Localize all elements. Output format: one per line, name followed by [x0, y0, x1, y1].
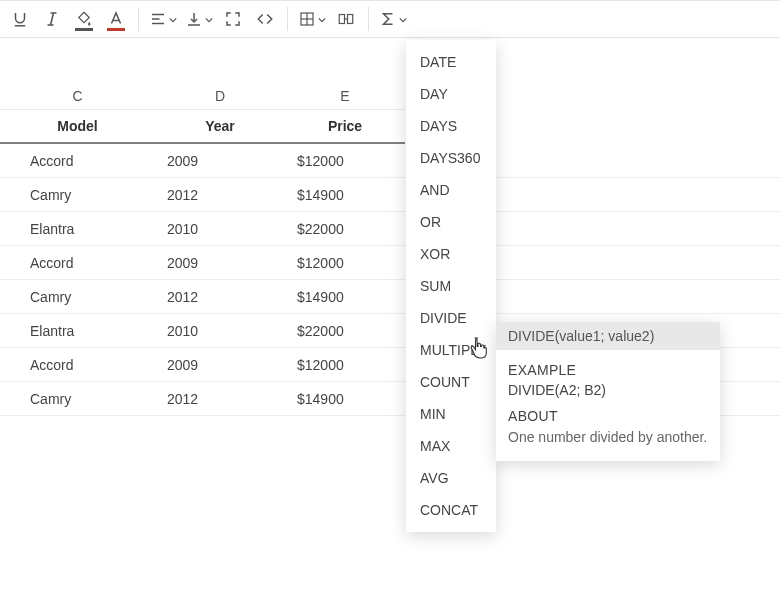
underline-button[interactable] [4, 3, 36, 35]
cell-price[interactable]: $12000 [285, 348, 405, 381]
cell-year[interactable]: 2009 [155, 144, 285, 177]
formula-button[interactable] [375, 3, 411, 35]
formula-item-avg[interactable]: AVG [406, 462, 496, 494]
cell-model[interactable]: Camry [0, 280, 155, 313]
expand-icon [224, 10, 242, 28]
fill-color-button[interactable] [68, 3, 100, 35]
formula-item-min[interactable]: MIN [406, 398, 496, 430]
svg-rect-1 [339, 15, 344, 24]
col-header[interactable]: Year [155, 110, 285, 144]
cell-price[interactable]: $22000 [285, 314, 405, 347]
formula-item-xor[interactable]: XOR [406, 238, 496, 270]
formula-item-date[interactable]: DATE [406, 46, 496, 78]
svg-rect-2 [348, 15, 353, 24]
formula-item-and[interactable]: AND [406, 174, 496, 206]
text-color-button[interactable] [100, 3, 132, 35]
cell-price[interactable]: $12000 [285, 144, 405, 177]
cell-year[interactable]: 2010 [155, 212, 285, 245]
formula-item-max[interactable]: MAX [406, 430, 496, 462]
cell-price[interactable]: $14900 [285, 280, 405, 313]
formula-item-divide[interactable]: DIVIDE [406, 302, 496, 334]
expand-button[interactable] [217, 3, 249, 35]
table-button[interactable] [294, 3, 330, 35]
formula-item-sum[interactable]: SUM [406, 270, 496, 302]
chevron-down-icon [397, 11, 407, 27]
cell-model[interactable]: Accord [0, 246, 155, 279]
header-row: Model Year Price [0, 110, 780, 144]
tooltip-signature: DIVIDE(value1; value2) [496, 322, 720, 350]
tooltip-example: DIVIDE(A2; B2) [508, 382, 708, 398]
split-cell-button[interactable] [330, 3, 362, 35]
formula-item-or[interactable]: OR [406, 206, 496, 238]
cell-model[interactable]: Elantra [0, 212, 155, 245]
col-letter[interactable]: D [155, 82, 285, 110]
code-icon [256, 10, 274, 28]
table-row: Accord2009$12000 [0, 144, 780, 178]
cell-year[interactable]: 2009 [155, 246, 285, 279]
chevron-down-icon [203, 11, 213, 27]
toolbar [0, 0, 780, 38]
cell-year[interactable]: 2012 [155, 178, 285, 211]
cell-model[interactable]: Elantra [0, 314, 155, 347]
italic-icon [43, 10, 61, 28]
toolbar-divider [138, 7, 139, 31]
cell-year[interactable]: 2009 [155, 348, 285, 381]
cell-price[interactable]: $14900 [285, 382, 405, 415]
cell-year[interactable]: 2012 [155, 280, 285, 313]
formula-tooltip: DIVIDE(value1; value2) EXAMPLE DIVIDE(A2… [496, 322, 720, 461]
vertical-align-button[interactable] [181, 3, 217, 35]
table-row: Camry2012$14900 [0, 178, 780, 212]
code-button[interactable] [249, 3, 281, 35]
split-cell-icon [337, 10, 355, 28]
cell-price[interactable]: $12000 [285, 246, 405, 279]
cell-model[interactable]: Camry [0, 178, 155, 211]
cell-model[interactable]: Camry [0, 382, 155, 415]
chevron-down-icon [167, 11, 177, 27]
formula-item-concat[interactable]: CONCAT [406, 494, 496, 526]
chevron-down-icon [316, 11, 326, 27]
toolbar-divider [368, 7, 369, 31]
table-row: Camry2012$14900 [0, 280, 780, 314]
cell-price[interactable]: $22000 [285, 212, 405, 245]
cell-year[interactable]: 2010 [155, 314, 285, 347]
cell-year[interactable]: 2012 [155, 382, 285, 415]
table-row: Accord2009$12000 [0, 246, 780, 280]
align-button[interactable] [145, 3, 181, 35]
formula-item-day[interactable]: DAY [406, 78, 496, 110]
table-icon [298, 10, 316, 28]
align-icon [149, 10, 167, 28]
italic-button[interactable] [36, 3, 68, 35]
col-header[interactable]: Price [285, 110, 405, 144]
toolbar-divider [287, 7, 288, 31]
fill-color-icon [75, 10, 93, 28]
formula-dropdown: DATEDAYDAYSDAYS360ANDORXORSUMDIVIDEMULTI… [406, 40, 496, 532]
formula-item-days360[interactable]: DAYS360 [406, 142, 496, 174]
col-letter[interactable]: E [285, 82, 405, 110]
sigma-icon [379, 10, 397, 28]
table-row: Elantra2010$22000 [0, 212, 780, 246]
tooltip-about-label: ABOUT [508, 408, 708, 424]
tooltip-about: One number divided by another. [508, 428, 708, 447]
cell-model[interactable]: Accord [0, 348, 155, 381]
vertical-align-icon [185, 10, 203, 28]
col-header[interactable]: Model [0, 110, 155, 144]
formula-item-days[interactable]: DAYS [406, 110, 496, 142]
cell-price[interactable]: $14900 [285, 178, 405, 211]
formula-item-count[interactable]: COUNT [406, 366, 496, 398]
pointer-cursor-icon [468, 336, 488, 363]
text-color-icon [107, 10, 125, 28]
tooltip-example-label: EXAMPLE [508, 362, 708, 378]
col-letter[interactable]: C [0, 82, 155, 110]
cell-model[interactable]: Accord [0, 144, 155, 177]
underline-icon [11, 10, 29, 28]
column-letter-row: C D E [0, 82, 780, 110]
